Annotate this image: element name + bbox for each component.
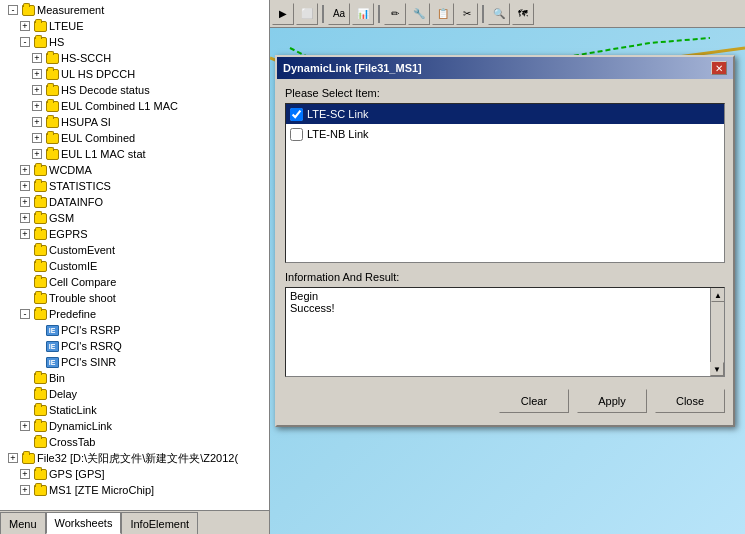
clear-button[interactable]: Clear xyxy=(499,389,569,413)
expand-hs-decode[interactable]: + xyxy=(32,85,42,95)
tree-item-egprs[interactable]: + EGPRS xyxy=(0,226,269,242)
tree-item-dynamiclink[interactable]: + DynamicLink xyxy=(0,418,269,434)
expand-hs-scch[interactable]: + xyxy=(32,53,42,63)
tree-item-hs[interactable]: - HS xyxy=(0,34,269,50)
expand-wcdma[interactable]: + xyxy=(20,165,30,175)
ie-icon-pci-rsrq: IE xyxy=(44,338,60,354)
toolbar-btn-pencil[interactable]: ✏ xyxy=(384,3,406,25)
expand-lteue[interactable]: + xyxy=(20,21,30,31)
info-line-1: Begin xyxy=(290,290,720,302)
tree-item-wcdma[interactable]: + WCDMA xyxy=(0,162,269,178)
toolbar-btn-6[interactable]: 🗺 xyxy=(512,3,534,25)
tree-item-ul-hs[interactable]: + UL HS DPCCH xyxy=(0,66,269,82)
tree-item-customie[interactable]: CustomIE xyxy=(0,258,269,274)
expand-eul-l1[interactable]: + xyxy=(32,149,42,159)
expand-egprs[interactable]: + xyxy=(20,229,30,239)
tree-item-pci-rsrp[interactable]: IE PCI's RSRP xyxy=(0,322,269,338)
tree-item-file32[interactable]: + File32 [D:\关阳虎文件\新建文件夹\Z2012( xyxy=(0,450,269,466)
expand-statistics[interactable]: + xyxy=(20,181,30,191)
tree-item-eul-combined[interactable]: + EUL Combined xyxy=(0,130,269,146)
list-item-lte-nb[interactable]: LTE-NB Link xyxy=(286,124,724,144)
tree-item-datainfo[interactable]: + DATAINFO xyxy=(0,194,269,210)
item-list[interactable]: LTE-SC Link LTE-NB Link xyxy=(285,103,725,263)
tree-item-staticlink[interactable]: StaticLink xyxy=(0,402,269,418)
tree-label: StaticLink xyxy=(49,404,97,416)
toolbar-btn-aa[interactable]: Aa xyxy=(328,3,350,25)
list-item-lte-sc[interactable]: LTE-SC Link xyxy=(286,104,724,124)
expand-hs[interactable]: - xyxy=(20,37,30,47)
folder-icon-hs-scch xyxy=(44,50,60,66)
close-button[interactable]: Close xyxy=(655,389,725,413)
scrollbar-up-btn[interactable]: ▲ xyxy=(711,288,725,302)
tree-label: WCDMA xyxy=(49,164,92,176)
expand-gps[interactable]: + xyxy=(20,469,30,479)
expand-hsupa[interactable]: + xyxy=(32,117,42,127)
tree-item-delay[interactable]: Delay xyxy=(0,386,269,402)
tree-item-gsm[interactable]: + GSM xyxy=(0,210,269,226)
tree-label: PCI's SINR xyxy=(61,356,116,368)
expand-eul-combined[interactable]: + xyxy=(32,133,42,143)
folder-icon-statistics xyxy=(32,178,48,194)
tree-label: HSUPA SI xyxy=(61,116,111,128)
tree-item-eul-combined-l1[interactable]: + EUL Combined L1 MAC xyxy=(0,98,269,114)
tree-item-hs-decode[interactable]: + HS Decode status xyxy=(0,82,269,98)
tree-item-lteue[interactable]: + LTEUE xyxy=(0,18,269,34)
tree-item-hs-scch[interactable]: + HS-SCCH xyxy=(0,50,269,66)
apply-button[interactable]: Apply xyxy=(577,389,647,413)
folder-icon-wcdma xyxy=(32,162,48,178)
expand-dynamiclink[interactable]: + xyxy=(20,421,30,431)
toolbar-btn-chart[interactable]: 📊 xyxy=(352,3,374,25)
tree-label: STATISTICS xyxy=(49,180,111,192)
tree-label: MS1 [ZTE MicroChip] xyxy=(49,484,154,496)
expand-measurement[interactable]: - xyxy=(8,5,18,15)
expand-ul-hs[interactable]: + xyxy=(32,69,42,79)
expand-ms1[interactable]: + xyxy=(20,485,30,495)
tree-label: EUL Combined xyxy=(61,132,135,144)
tree-item-ms1[interactable]: + MS1 [ZTE MicroChip] xyxy=(0,482,269,498)
dialog-body: Please Select Item: LTE-SC Link LTE-NB L… xyxy=(277,79,733,425)
select-label: Please Select Item: xyxy=(285,87,725,99)
tree-item-eul-l1[interactable]: + EUL L1 MAC stat xyxy=(0,146,269,162)
toolbar-btn-del[interactable]: ✂ xyxy=(456,3,478,25)
tree-label: CustomIE xyxy=(49,260,97,272)
checkbox-lte-nb[interactable] xyxy=(290,128,303,141)
expand-gsm[interactable]: + xyxy=(20,213,30,223)
toolbar-btn-clip[interactable]: 📋 xyxy=(432,3,454,25)
scrollbar-down-btn[interactable]: ▼ xyxy=(710,362,724,376)
info-result-scrollbar[interactable]: ▲ ▼ xyxy=(710,288,724,376)
tree-item-measurement[interactable]: - Measurement xyxy=(0,2,269,18)
tree-item-bin[interactable]: Bin xyxy=(0,370,269,386)
tree-label: Predefine xyxy=(49,308,96,320)
expand-file32[interactable]: + xyxy=(8,453,18,463)
ie-icon-pci-sinr: IE xyxy=(44,354,60,370)
tree-item-hsupa[interactable]: + HSUPA SI xyxy=(0,114,269,130)
toolbar-btn-wrench[interactable]: 🔧 xyxy=(408,3,430,25)
expand-eul-combined-l1[interactable]: + xyxy=(32,101,42,111)
toolbar: ▶ ⬜ Aa 📊 ✏ 🔧 📋 ✂ 🔍 🗺 xyxy=(270,0,745,28)
bottom-tabs: Menu Worksheets InfoElement xyxy=(0,510,270,534)
tab-infoelement[interactable]: InfoElement xyxy=(121,512,198,534)
toolbar-btn-5[interactable]: 🔍 xyxy=(488,3,510,25)
tab-menu[interactable]: Menu xyxy=(0,512,46,534)
tree-item-pci-rsrq[interactable]: IE PCI's RSRQ xyxy=(0,338,269,354)
tree-item-predefine[interactable]: - Predefine xyxy=(0,306,269,322)
tree-item-troubleshoot[interactable]: Trouble shoot xyxy=(0,290,269,306)
checkbox-lte-sc[interactable] xyxy=(290,108,303,121)
expand-datainfo[interactable]: + xyxy=(20,197,30,207)
dialog-close-title-btn[interactable]: ✕ xyxy=(711,61,727,75)
folder-icon-eul-combined xyxy=(44,130,60,146)
expand-predefine[interactable]: - xyxy=(20,309,30,319)
toolbar-btn-1[interactable]: ▶ xyxy=(272,3,294,25)
tree-label: UL HS DPCCH xyxy=(61,68,135,80)
tree-item-statistics[interactable]: + STATISTICS xyxy=(0,178,269,194)
tree-item-cellcompare[interactable]: Cell Compare xyxy=(0,274,269,290)
tree-label: File32 [D:\关阳虎文件\新建文件夹\Z2012( xyxy=(37,451,238,466)
tree-item-customevent[interactable]: CustomEvent xyxy=(0,242,269,258)
tree-item-gps[interactable]: + GPS [GPS] xyxy=(0,466,269,482)
tab-worksheets[interactable]: Worksheets xyxy=(46,512,122,534)
tree-label: Delay xyxy=(49,388,77,400)
tree-item-crosstab[interactable]: CrossTab xyxy=(0,434,269,450)
toolbar-btn-2[interactable]: ⬜ xyxy=(296,3,318,25)
folder-icon-ms1 xyxy=(32,482,48,498)
tree-item-pci-sinr[interactable]: IE PCI's SINR xyxy=(0,354,269,370)
